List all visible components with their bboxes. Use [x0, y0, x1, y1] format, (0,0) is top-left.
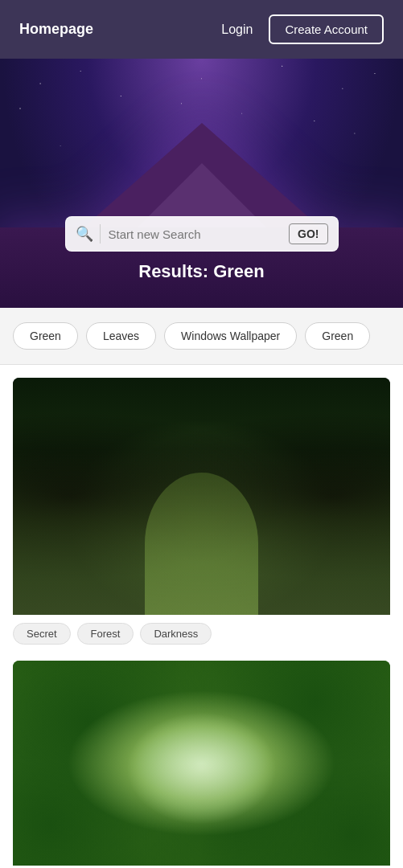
forest-image[interactable]: [13, 378, 390, 615]
search-go-button[interactable]: GO!: [289, 223, 327, 244]
search-icon: 🔍: [76, 227, 93, 241]
create-account-button[interactable]: Create Account: [269, 14, 384, 44]
image-card-forest: Secret Forest Darkness: [13, 378, 390, 648]
header-nav: Login Create Account: [221, 14, 384, 44]
tag-leaves[interactable]: Leaves: [86, 322, 156, 350]
search-bar: 🔍 GO!: [65, 216, 339, 252]
search-input[interactable]: [109, 227, 290, 241]
image-card-hedge: [13, 661, 390, 866]
tag-green-1[interactable]: Green: [13, 322, 78, 350]
homepage-logo[interactable]: Homepage: [19, 21, 93, 38]
images-section: Secret Forest Darkness: [0, 365, 403, 868]
tag-forest[interactable]: Forest: [77, 623, 134, 645]
login-button[interactable]: Login: [221, 23, 253, 37]
hedge-image[interactable]: [13, 661, 390, 866]
tag-windows-wallpaper[interactable]: Windows Wallpaper: [164, 322, 297, 350]
search-divider: [100, 224, 101, 244]
tag-green-2[interactable]: Green: [305, 322, 370, 350]
forest-image-tags: Secret Forest Darkness: [13, 615, 390, 648]
tags-section: Green Leaves Windows Wallpaper Green: [0, 308, 403, 365]
hero-section: 🔍 GO! Results: Green: [0, 59, 403, 308]
tag-secret[interactable]: Secret: [13, 623, 71, 645]
header: Homepage Login Create Account: [0, 0, 403, 59]
tag-darkness[interactable]: Darkness: [140, 623, 212, 645]
results-label: Results: Green: [138, 261, 265, 282]
